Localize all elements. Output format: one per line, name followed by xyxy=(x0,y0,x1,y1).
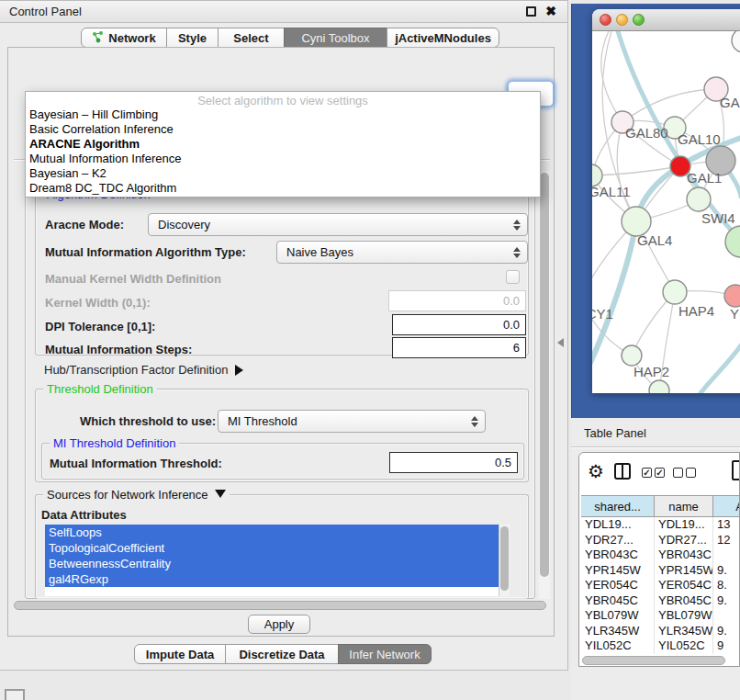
deselect-all-checkbox-icon[interactable] xyxy=(673,468,683,478)
attributes-scrollbar[interactable] xyxy=(499,525,510,596)
network-edge xyxy=(622,89,716,122)
node-HAP2[interactable] xyxy=(622,345,642,366)
control-panel-window: Control Panel ✖ Network Style Select Cyn… xyxy=(0,0,568,671)
apply-button[interactable]: Apply xyxy=(248,615,310,634)
network-window-titlebar[interactable] xyxy=(592,9,740,31)
table-cell: 9. xyxy=(713,624,740,639)
table-cell: YBR043C xyxy=(655,548,713,563)
column-header-shared-label: shared... xyxy=(594,500,641,514)
data-attribute-item[interactable]: BetweennessCentrality xyxy=(45,556,499,571)
which-threshold-combo[interactable]: MI Threshold xyxy=(218,410,486,433)
table-row[interactable]: YPR145WYPR145W9. xyxy=(581,563,740,579)
dpi-tolerance-input[interactable]: 0.0 xyxy=(392,314,526,335)
traffic-zoom-icon[interactable] xyxy=(633,14,645,26)
tab-impute-data[interactable]: Impute Data xyxy=(134,644,226,664)
hub-section-toggle[interactable]: Hub/Transcription Factor Definition xyxy=(44,363,243,377)
table-panel-title: Table Panel xyxy=(584,426,646,440)
node-label-GAL10: GAL10 xyxy=(678,131,721,147)
algorithm-option[interactable]: Bayesian – K2 xyxy=(26,166,540,181)
algorithm-option[interactable]: Dream8 DC_TDC Algorithm xyxy=(26,181,540,196)
algorithm-option[interactable]: ARACNE Algorithm xyxy=(26,137,540,152)
select-all-checkbox-icon[interactable]: ✓ xyxy=(655,468,665,478)
table-row[interactable]: YER054CYER054C8. xyxy=(581,578,740,593)
node-label-GAL80: GAL80 xyxy=(625,125,668,141)
table-row[interactable]: YBR045CYBR045C9. xyxy=(581,593,740,609)
node-green-mid[interactable] xyxy=(687,187,711,211)
data-attribute-item[interactable]: SelfLoops xyxy=(45,525,499,540)
mi-steps-input[interactable]: 6 xyxy=(392,337,526,358)
data-attribute-item[interactable]: gal4RGexp xyxy=(45,571,499,587)
node-HAP4[interactable] xyxy=(663,280,687,304)
tab-style[interactable]: Style xyxy=(166,28,219,48)
kernel-width-input[interactable]: 0.0 xyxy=(388,290,526,311)
table-row[interactable]: YBL079WYBL079W xyxy=(581,608,740,624)
table-row[interactable]: YIL052CYIL052C9 xyxy=(581,638,740,654)
tab-infer-network-label: Infer Network xyxy=(349,648,420,661)
manual-kernel-checkbox[interactable] xyxy=(506,270,520,284)
table-row[interactable]: YDR27...YDR27...12 xyxy=(581,533,740,548)
algorithm-option[interactable]: Mutual Information Inference xyxy=(26,152,540,166)
minimized-panel-icon[interactable] xyxy=(5,689,25,700)
tab-discretize-data[interactable]: Discretize Data xyxy=(225,644,339,664)
hub-section-label: Hub/Transcription Factor Definition xyxy=(44,363,228,377)
table-cell: YLR345W xyxy=(655,624,713,639)
divider xyxy=(571,446,740,448)
algorithm-options: Bayesian – Hill ClimbingBasic Correlatio… xyxy=(26,107,540,196)
tab-network[interactable]: Network xyxy=(81,28,167,48)
stepper-icon xyxy=(469,414,479,429)
node-salmon[interactable] xyxy=(724,285,740,307)
table-cell: 9 xyxy=(713,638,740,654)
table-row[interactable]: YLR345WYLR345W9. xyxy=(581,624,740,639)
table-row[interactable]: YDL19...YDL19...13 xyxy=(581,517,740,533)
node-label-HAP2: HAP2 xyxy=(633,364,669,379)
tab-infer-network[interactable]: Infer Network xyxy=(338,644,432,664)
node-SWI4[interactable] xyxy=(725,226,740,257)
select-all-checkbox-icon[interactable]: ✓ xyxy=(642,468,652,478)
application-root: Control Panel ✖ Network Style Select Cyn… xyxy=(0,0,740,700)
node-label-GAL11: GAL11 xyxy=(592,184,631,199)
table-cell: 8. xyxy=(713,578,740,593)
network-view-window[interactable]: GALGAL80GAL10GAL1GAL11GAL4SWI4GCY1HAP4YH… xyxy=(592,9,740,393)
tab-select[interactable]: Select xyxy=(218,28,285,48)
table-cell: YBL079W xyxy=(655,608,713,624)
settings-horizontal-scrollbar[interactable] xyxy=(14,601,546,610)
traffic-close-icon[interactable] xyxy=(600,14,611,26)
deselect-all-checkbox-icon[interactable] xyxy=(686,468,696,478)
tab-cyni-toolbox-label: Cyni Toolbox xyxy=(301,31,369,45)
tab-jactivemnodules[interactable]: jActiveMNodules xyxy=(387,28,499,48)
which-threshold-value: MI Threshold xyxy=(228,414,297,428)
node-label-GAL: GAL xyxy=(720,95,740,110)
table-row[interactable]: YBR043CYBR043C xyxy=(581,548,740,563)
tab-cyni-toolbox[interactable]: Cyni Toolbox xyxy=(284,28,387,48)
column-header-name[interactable]: name xyxy=(655,495,713,517)
node-top-arc[interactable] xyxy=(732,31,740,52)
aracne-mode-combo[interactable]: Discovery xyxy=(148,213,528,236)
node-bottom[interactable] xyxy=(649,380,669,393)
settings-vertical-scrollbar[interactable] xyxy=(539,171,550,599)
stepper-icon xyxy=(511,218,521,232)
table-cell: YDR27... xyxy=(581,533,655,548)
table-horizontal-scrollbar[interactable] xyxy=(582,656,725,665)
close-icon[interactable]: ✖ xyxy=(545,4,556,18)
float-window-icon[interactable] xyxy=(526,6,536,17)
network-canvas[interactable]: GALGAL80GAL10GAL1GAL11GAL4SWI4GCY1HAP4YH… xyxy=(592,31,740,393)
mi-algorithm-type-combo[interactable]: Naive Bayes xyxy=(276,241,528,264)
sources-title[interactable]: Sources for Network Inference xyxy=(43,488,230,502)
node-label-SWI4: SWI4 xyxy=(701,210,735,226)
data-attribute-item[interactable]: TopologicalCoefficient xyxy=(45,540,499,556)
mi-steps-label: Mutual Information Steps: xyxy=(45,343,192,356)
splitter-collapse-arrow[interactable] xyxy=(557,338,564,347)
settings-gear-icon[interactable]: ⚙ xyxy=(588,460,604,482)
column-header-shared[interactable]: shared... xyxy=(581,495,655,517)
algorithm-option[interactable]: Basic Correlation Inference xyxy=(26,122,540,137)
table-cell: YER054C xyxy=(581,578,655,593)
column-visibility-icon[interactable] xyxy=(614,463,631,480)
traffic-minimize-icon[interactable] xyxy=(616,14,628,26)
column-header-third[interactable]: A xyxy=(713,495,740,517)
dpi-tolerance-label: DPI Tolerance [0,1]: xyxy=(45,320,155,333)
page-icon[interactable] xyxy=(732,460,740,480)
mi-threshold-input[interactable]: 0.5 xyxy=(389,452,518,473)
algorithm-option[interactable]: Bayesian – Hill Climbing xyxy=(26,107,540,122)
mi-algorithm-type-value: Naive Bayes xyxy=(286,245,353,259)
table-cell: 12 xyxy=(713,533,740,548)
